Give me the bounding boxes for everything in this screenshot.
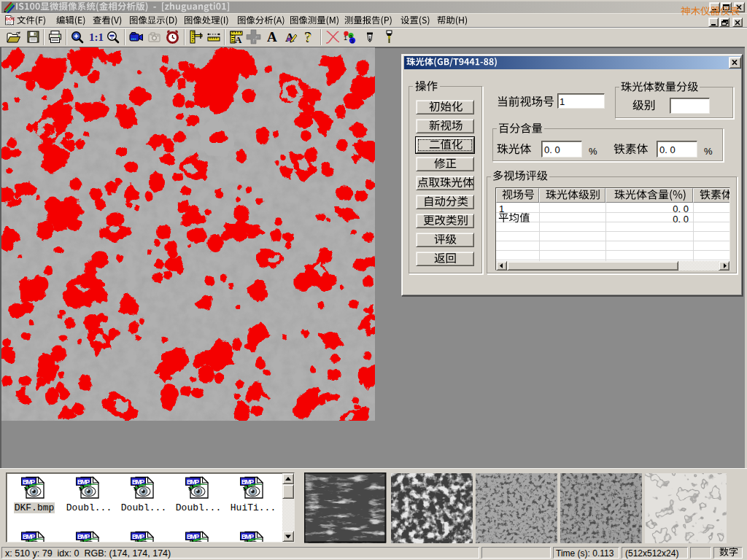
svg-text:?: ? (306, 31, 312, 43)
svg-text:A: A (235, 34, 242, 44)
svg-text:3: 3 (351, 38, 355, 44)
svg-text:DOC: DOC (6, 17, 15, 21)
svg-text:A: A (267, 31, 277, 43)
svg-text:1:1: 1:1 (89, 31, 104, 43)
svg-text:1: 1 (344, 34, 347, 42)
